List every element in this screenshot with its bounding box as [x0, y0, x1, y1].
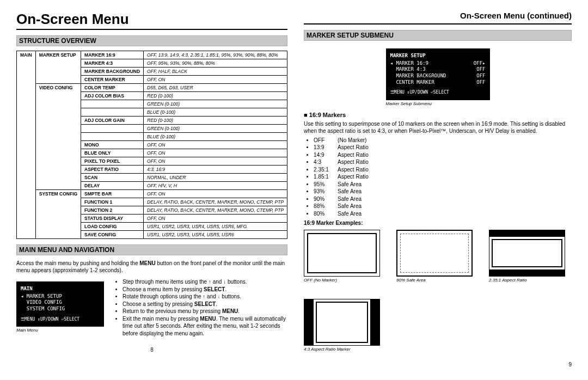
- marker-submenu-image: MARKER SETUP ◂ MARKER 16:9OFF▸ MARKER 4:…: [386, 48, 490, 100]
- page-number-left: 8: [16, 347, 287, 353]
- examples-heading: 16:9 Marker Examples:: [304, 219, 572, 226]
- page-title-right: On-Screen Menu (continued): [304, 11, 572, 24]
- structure-table: MAINMARKER SETUPMARKER 16:9OFF, 13:9, 14…: [16, 51, 287, 239]
- main-menu-caption: Main Menu: [16, 328, 104, 333]
- heading-169-markers: 16:9 Markers: [304, 112, 572, 118]
- marker-submenu-caption: Marker Setup Submenu: [386, 101, 490, 106]
- heading-marker-setup: Marker Setup Submenu: [304, 30, 572, 41]
- nav-intro: Access the main menu by pushing and hold…: [16, 260, 287, 274]
- main-menu-image: MAIN ◂ MARKER SETUP VIDEO CONFIG SYSTEM …: [16, 281, 104, 327]
- nav-steps: Step through menu items using the ↑ and …: [113, 278, 287, 337]
- heading-navigation: Main Menu and Navigation: [16, 244, 287, 255]
- marker-examples: OFF (No Marker) 90% Safe Area 2.35:1 Asp…: [304, 230, 572, 352]
- markers-desc: Use this setting to superimpose one of 1…: [304, 120, 572, 134]
- page-number-right: 9: [304, 361, 572, 367]
- markers-list: OFF(No Marker)13:9Aspect Ratio14:9Aspect…: [304, 137, 572, 218]
- page-title-left: On-Screen Menu: [16, 11, 287, 30]
- heading-structure: Structure Overview: [16, 35, 287, 46]
